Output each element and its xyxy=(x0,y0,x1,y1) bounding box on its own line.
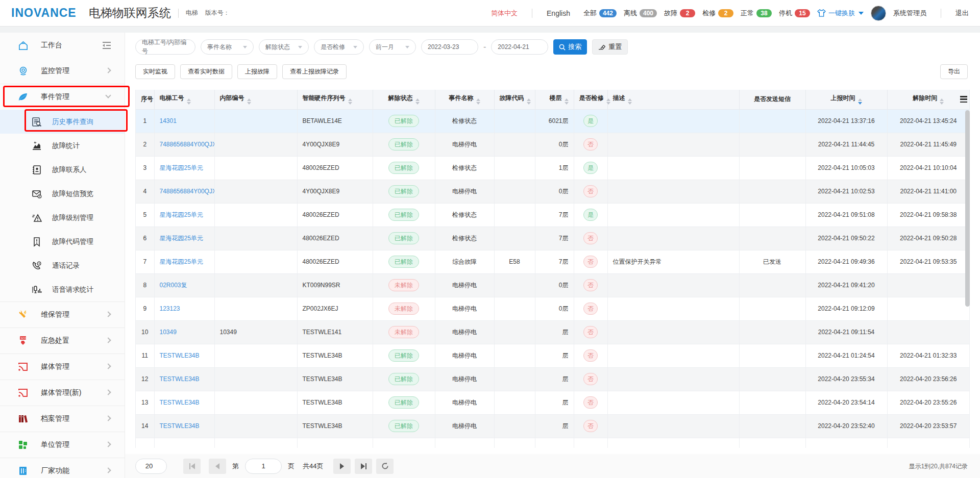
view-reported-faults-button[interactable]: 查看上报故障记录 xyxy=(282,64,347,79)
lang-en-button[interactable]: English xyxy=(547,9,570,17)
prev-page-button[interactable] xyxy=(209,459,226,474)
page-number-input[interactable]: 1 xyxy=(245,459,282,474)
sidebar-collapse-icon[interactable] xyxy=(102,41,111,52)
quick-range-select[interactable]: 前一月 xyxy=(369,39,416,55)
col-header-resolve-status[interactable]: 解除状态 xyxy=(373,90,435,109)
col-header-event-name[interactable]: 事件名称 xyxy=(435,90,494,109)
sidebar-item-manufacturer[interactable]: 厂家功能 xyxy=(0,458,125,478)
col-header-internal-id[interactable]: 内部编号 xyxy=(214,90,297,109)
view-realtime-data-button[interactable]: 查看实时数据 xyxy=(180,64,232,79)
col-header-serial[interactable]: 智能硬件序列号 xyxy=(297,90,373,109)
col-header-elevator-id[interactable]: 电梯工号 xyxy=(154,90,214,109)
cell-elevator-id-link[interactable]: TESTWLE34B xyxy=(154,414,214,438)
sidebar-item-media-new[interactable]: 媒体管理(新) xyxy=(0,380,125,406)
col-header-inspection[interactable]: 是否检修 xyxy=(574,90,607,109)
sidebar-item-workbench[interactable]: 工作台 xyxy=(0,33,125,58)
status-all[interactable]: 全部 442 xyxy=(583,9,617,18)
sidebar-subitem-fault-statistics[interactable]: 故障统计 xyxy=(0,134,125,158)
warning-triangle-icon xyxy=(32,213,42,223)
sidebar-item-emergency[interactable]: SOS 应急处置 xyxy=(0,328,125,354)
col-header-description[interactable]: 描述 xyxy=(607,90,739,109)
next-page-button[interactable] xyxy=(333,459,351,474)
col-header-report-time[interactable]: 上报时间 xyxy=(805,90,887,109)
inspection-badge: 否 xyxy=(583,373,598,385)
column-settings-icon[interactable] xyxy=(960,96,967,103)
cell-elevator-id-link[interactable]: 02R003复 xyxy=(154,273,214,297)
table-row: 3 星海花园25单元 480026EZED 已解除 检修状态 1层 是 2022… xyxy=(136,156,970,180)
status-all-label: 全部 xyxy=(583,9,597,18)
realtime-monitor-button[interactable]: 实时监视 xyxy=(135,64,175,79)
sidebar-item-units[interactable]: 单位管理 xyxy=(0,432,125,458)
status-stopped[interactable]: 停机 15 xyxy=(779,9,810,18)
export-button[interactable]: 导出 xyxy=(940,64,968,79)
reset-button[interactable]: 重置 xyxy=(592,39,628,55)
cell-elevator-id-link[interactable]: TESTWLE34B xyxy=(154,367,214,391)
sidebar-subitem-call-records[interactable]: 通话记录 xyxy=(0,254,125,278)
event-name-select[interactable]: 事件名称 xyxy=(201,39,254,55)
start-date-input[interactable]: 2022-03-23 xyxy=(421,39,478,55)
table-scrollbar[interactable] xyxy=(965,110,970,307)
status-offline[interactable]: 离线 400 xyxy=(624,9,657,18)
avatar[interactable] xyxy=(871,6,886,21)
divider xyxy=(532,9,532,18)
refresh-button[interactable] xyxy=(376,459,394,474)
cell-resolve-status: 已解除 xyxy=(373,109,435,133)
col-header-floor[interactable]: 楼层 xyxy=(535,90,574,109)
cell-elevator-id-link[interactable]: 星海花园25单元 xyxy=(154,227,214,250)
cell-elevator-id-link[interactable]: 7488656884Y00QJX8E xyxy=(154,180,214,203)
cell-elevator-id-link[interactable]: 10349 xyxy=(154,320,214,344)
cell-elevator-id-link[interactable]: TESTWLE34B xyxy=(154,344,214,367)
end-date-input[interactable]: 2022-04-21 xyxy=(491,39,548,55)
cell-internal-id: 10349 xyxy=(214,320,297,344)
cell-event-name: 电梯停电 xyxy=(435,367,494,391)
cell-elevator-id-link[interactable]: 123123 xyxy=(154,297,214,320)
resolve-status-select[interactable]: 解除状态 xyxy=(259,39,309,55)
cell-internal-id xyxy=(214,227,297,250)
cell-elevator-id-link[interactable]: TESTWLE34B xyxy=(154,391,214,414)
sidebar-subitem-fault-contacts[interactable]: 故障联系人 xyxy=(0,158,125,182)
status-offline-badge: 400 xyxy=(640,9,657,17)
lang-zh-button[interactable]: 简体中文 xyxy=(491,9,518,18)
col-header-resolve-time[interactable]: 解除时间 xyxy=(887,90,970,109)
sidebar-item-monitoring[interactable]: 监控管理 xyxy=(0,58,125,84)
cell-sms-sent xyxy=(739,367,805,391)
sidebar-subitem-voice-request-stats[interactable]: 语音请求统计 xyxy=(0,278,125,301)
status-normal[interactable]: 正常 38 xyxy=(741,9,772,18)
sidebar-subitem-fault-level-mgmt[interactable]: 故障级别管理 xyxy=(0,206,125,230)
cell-report-time: 2022-04-21 09:49:36 xyxy=(805,250,887,273)
cell-floor: 0层 xyxy=(535,273,574,297)
cell-elevator-id-link[interactable] xyxy=(154,438,214,448)
cell-serial: TESTWLE141 xyxy=(297,320,373,344)
cell-event-name: 电梯停电 xyxy=(435,273,494,297)
is-inspection-select[interactable]: 是否检修 xyxy=(314,39,364,55)
cell-elevator-id-link[interactable]: 星海花园25单元 xyxy=(154,203,214,227)
sidebar-subitem-fault-code-mgmt[interactable]: 故障代码管理 xyxy=(0,230,125,254)
cell-elevator-id-link[interactable]: 14301 xyxy=(154,109,214,133)
sidebar-subitem-fault-sms-preview[interactable]: 故障短信预览 xyxy=(0,182,125,206)
cell-elevator-id-link[interactable]: 星海花园25单元 xyxy=(154,156,214,180)
col-header-fault-code[interactable]: 故障代码 xyxy=(494,90,535,109)
search-button[interactable]: 搜索 xyxy=(553,39,587,55)
status-fault[interactable]: 故障 2 xyxy=(664,9,695,18)
keyword-input[interactable]: 电梯工号/内部编号 xyxy=(135,39,195,55)
sidebar-item-archives[interactable]: 档案管理 xyxy=(0,406,125,432)
sidebar-subitem-history-events[interactable]: 历史事件查询 xyxy=(0,110,125,134)
last-page-button[interactable] xyxy=(355,459,372,474)
eraser-icon xyxy=(598,44,605,50)
sidebar-item-events[interactable]: 事件管理 xyxy=(0,84,125,110)
cell-elevator-id-link[interactable]: 7488656884Y00QJX8E xyxy=(154,133,214,156)
cell-floor: 0层 xyxy=(535,180,574,203)
logout-button[interactable]: 退出 xyxy=(955,9,969,18)
sidebar-item-maintenance[interactable]: 维保管理 xyxy=(0,302,125,328)
col-header-sms-sent: 是否发送短信 xyxy=(739,90,805,109)
status-inspection[interactable]: 检修 2 xyxy=(702,9,733,18)
page-size-select[interactable]: 20 xyxy=(135,459,167,474)
cell-report-time: 2022-04-20 23:54:14 xyxy=(805,391,887,414)
app-title: 电梯物联网系统 xyxy=(89,5,171,21)
sidebar-item-media[interactable]: 媒体管理 xyxy=(0,354,125,380)
change-skin-button[interactable]: 一键换肤 xyxy=(817,9,864,18)
cell-elevator-id-link[interactable]: 星海花园25单元 xyxy=(154,250,214,273)
report-fault-button[interactable]: 上报故障 xyxy=(237,64,277,79)
first-page-button[interactable] xyxy=(183,459,201,474)
realtime-monitor-label: 实时监视 xyxy=(143,67,167,76)
